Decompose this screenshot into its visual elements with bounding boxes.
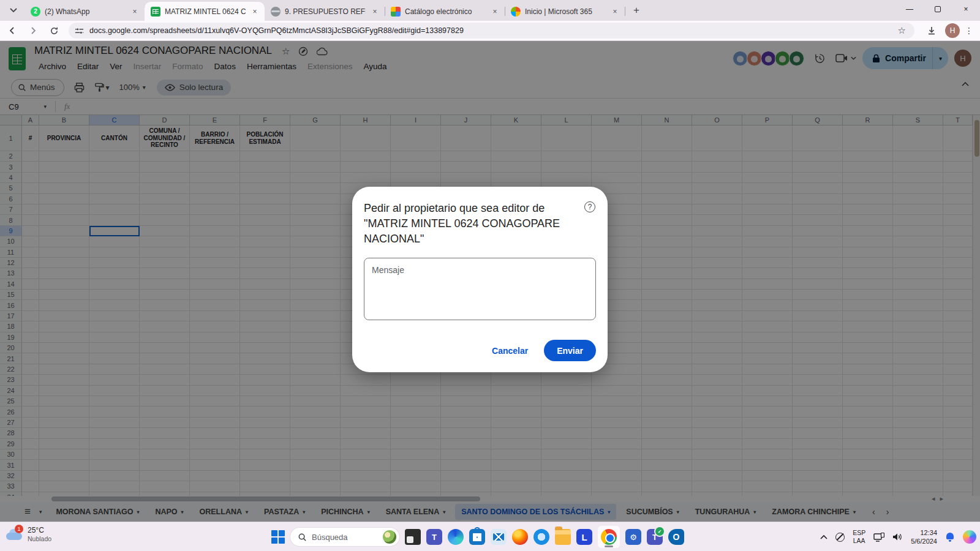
weather-temperature: 25°C xyxy=(28,526,51,535)
url-bar[interactable]: docs.google.com/spreadsheets/d/11xulvq6V… xyxy=(69,23,914,39)
tab-label: (2) WhatsApp xyxy=(45,7,126,16)
cancel-button[interactable]: Cancelar xyxy=(482,341,538,361)
message-input[interactable] xyxy=(364,258,596,320)
notification-badge: 1 xyxy=(15,525,23,533)
request-edit-access-dialog: Pedir al propietario que sea editor de "… xyxy=(352,187,608,372)
language-code: ESP xyxy=(853,529,865,537)
browser-tab[interactable]: 9. PRESUPUESTO REFERENCIAL× xyxy=(265,2,385,21)
bookmark-star-icon[interactable]: ☆ xyxy=(895,25,908,36)
taskbar-center-apps: Búsqueda xyxy=(271,522,684,551)
firefox-icon[interactable] xyxy=(512,529,528,545)
browser-tabs-container: (2) WhatsApp×MATRIZ MINTEL 0624 CONAGO×9… xyxy=(24,2,625,21)
browser-menu-icon[interactable]: ⋮ xyxy=(965,26,974,36)
start-button[interactable] xyxy=(271,530,285,544)
browser-tab[interactable]: MATRIZ MINTEL 0624 CONAGO× xyxy=(145,2,265,21)
weather-condition: Nublado xyxy=(28,535,51,543)
dialog-buttons: Cancelar Enviar xyxy=(482,340,596,361)
browser-profile-avatar[interactable]: H xyxy=(945,23,960,38)
copilot-icon[interactable] xyxy=(963,530,976,544)
m365-favicon-icon xyxy=(511,7,521,17)
weather-widget[interactable]: 1 25°C Nublado xyxy=(5,526,51,543)
browser-tab[interactable]: Inicio | Microsoft 365× xyxy=(505,2,625,21)
window-controls: — × xyxy=(895,0,980,18)
catalog-favicon-icon xyxy=(391,7,401,17)
weather-cloud-icon: 1 xyxy=(5,528,23,541)
globe-favicon-icon xyxy=(271,7,281,17)
search-placeholder: Búsqueda xyxy=(312,533,378,542)
tab-label: Catálogo electrónico xyxy=(405,7,486,16)
search-highlight-image[interactable] xyxy=(383,530,396,544)
chrome-icon[interactable] xyxy=(601,529,617,545)
clock[interactable]: 12:34 5/6/2024 xyxy=(911,528,937,546)
browser-navbar: docs.google.com/spreadsheets/d/11xulvq6V… xyxy=(0,21,980,41)
new-tab-button[interactable]: + xyxy=(628,2,644,18)
download-icon[interactable] xyxy=(923,22,940,39)
tab-close-icon[interactable]: × xyxy=(130,7,140,17)
tray-date: 5/6/2024 xyxy=(911,537,937,545)
browser-tab[interactable]: (2) WhatsApp× xyxy=(24,2,145,21)
forward-icon[interactable] xyxy=(24,22,42,39)
browser-tab[interactable]: Catálogo electrónico× xyxy=(385,2,505,21)
system-tray: ESP LAA 12:34 5/6/2024 xyxy=(820,522,976,551)
tray-time: 12:34 xyxy=(920,528,937,537)
back-icon[interactable] xyxy=(4,22,21,39)
tray-expand-icon[interactable] xyxy=(820,534,827,539)
tab-close-icon[interactable]: × xyxy=(490,7,500,17)
url-text: docs.google.com/spreadsheets/d/11xulvq6V… xyxy=(89,26,895,35)
volume-icon[interactable] xyxy=(892,533,903,541)
notifications-bell-icon[interactable] xyxy=(945,532,955,542)
minimize-button[interactable]: — xyxy=(895,0,924,18)
l-app-icon[interactable] xyxy=(576,529,592,545)
tab-close-icon[interactable]: × xyxy=(610,7,620,17)
file-explorer-icon[interactable] xyxy=(555,529,571,545)
teams-icon[interactable] xyxy=(426,529,442,545)
tab-label: MATRIZ MINTEL 0624 CONAGO xyxy=(165,7,246,16)
do-not-disturb-icon[interactable] xyxy=(835,533,845,542)
help-icon[interactable]: ? xyxy=(584,201,595,212)
tab-label: 9. PRESUPUESTO REFERENCIAL xyxy=(285,7,366,16)
restore-button[interactable] xyxy=(924,0,952,18)
sheets-favicon-icon xyxy=(151,7,160,17)
browser-tab-strip: (2) WhatsApp×MATRIZ MINTEL 0624 CONAGO×9… xyxy=(0,0,980,21)
taskbar-search[interactable]: Búsqueda xyxy=(290,528,399,546)
active-app-highlight xyxy=(598,526,620,548)
keyboard-layout: LAA xyxy=(853,537,865,545)
dialog-title: Pedir al propietario que sea editor de "… xyxy=(364,201,566,247)
language-indicator[interactable]: ESP LAA xyxy=(853,529,865,545)
whatsapp-favicon-icon xyxy=(31,7,40,17)
store-icon[interactable] xyxy=(469,529,485,545)
tab-close-icon[interactable]: × xyxy=(370,7,380,17)
edge-icon[interactable] xyxy=(448,529,464,545)
task-view-icon[interactable] xyxy=(405,529,421,545)
search-icon xyxy=(298,533,307,542)
tab-close-icon[interactable]: × xyxy=(250,7,260,17)
mail-icon[interactable] xyxy=(491,529,507,545)
pinned-apps xyxy=(405,526,684,548)
teams-check-icon[interactable] xyxy=(647,529,663,545)
tab-label: Inicio | Microsoft 365 xyxy=(525,7,606,16)
admin-tool-icon[interactable] xyxy=(625,529,641,545)
close-button[interactable]: × xyxy=(952,0,980,18)
media-app-icon[interactable] xyxy=(533,529,549,545)
tab-search-chevron-icon[interactable] xyxy=(5,2,22,19)
reload-icon[interactable] xyxy=(45,22,62,39)
network-icon[interactable] xyxy=(873,533,884,542)
site-settings-icon[interactable] xyxy=(75,26,84,36)
windows-taskbar: 1 25°C Nublado Búsqueda ESP LAA xyxy=(0,522,980,551)
outlook-icon[interactable] xyxy=(668,529,684,545)
send-button[interactable]: Enviar xyxy=(544,340,596,361)
